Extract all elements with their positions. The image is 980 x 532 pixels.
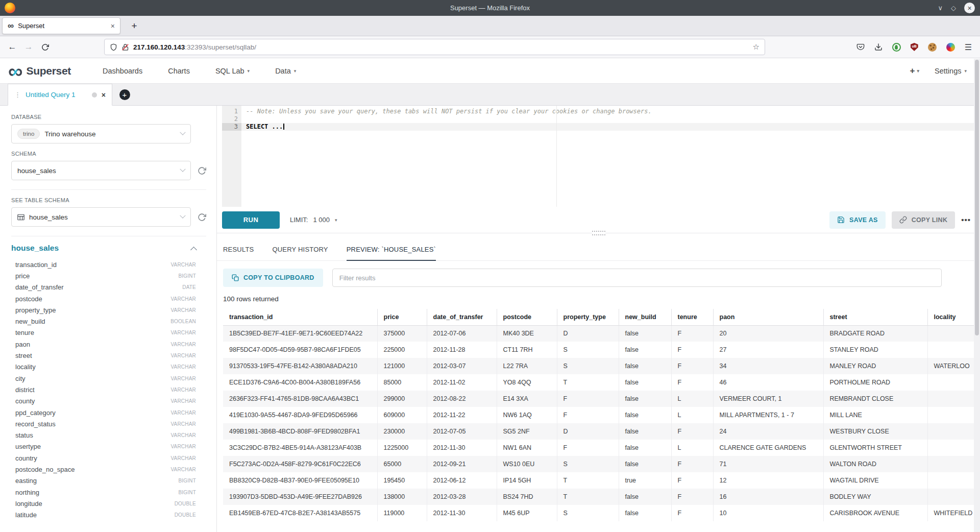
copy-to-clipboard-button[interactable]: COPY TO CLIPBOARD: [223, 269, 323, 287]
reload-icon: [41, 43, 49, 51]
ublock-origin-icon[interactable]: uB: [911, 43, 918, 51]
schema-column-row: longitude DOUBLE: [11, 498, 196, 509]
column-header[interactable]: property_type: [557, 309, 619, 325]
column-header[interactable]: tenure: [671, 309, 713, 325]
page-scrollbar-track[interactable]: [974, 59, 980, 532]
cell-transaction-id: 3C3C29DC-B7B2-4BE5-914A-A38123AF403B: [223, 440, 377, 456]
add-query-tab-button[interactable]: +: [119, 89, 130, 100]
cell-street: WAGTAIL DRIVE: [823, 472, 927, 489]
column-header[interactable]: price: [377, 309, 427, 325]
schema-column-row: postcode VARCHAR: [11, 293, 196, 304]
insecure-lock-icon[interactable]: [121, 43, 129, 51]
browser-tab-close-icon[interactable]: ×: [111, 22, 115, 30]
column-header[interactable]: transaction_id: [223, 309, 377, 325]
cookie-extension-icon[interactable]: [928, 43, 937, 52]
cell-postcode: L22 7RA: [497, 358, 557, 374]
editor-code-area[interactable]: -- Note: Unless you save your query, the…: [241, 106, 980, 207]
hamburger-menu-icon[interactable]: ☰: [965, 42, 972, 52]
bookmark-star-icon[interactable]: ☆: [753, 42, 760, 52]
cell-price: 1225000: [377, 440, 427, 456]
column-header[interactable]: date_of_transfer: [427, 309, 497, 325]
cell-date-of-transfer: 2012-03-28: [427, 489, 497, 505]
drag-handle-icon[interactable]: ⋮: [14, 91, 21, 99]
cell-property-type: F: [557, 407, 619, 423]
save-as-button[interactable]: SAVE AS: [829, 211, 886, 229]
run-button[interactable]: RUN: [222, 211, 280, 229]
pocket-icon[interactable]: [856, 43, 865, 51]
schema-column-row: ppd_category VARCHAR: [11, 407, 196, 418]
nav-item-charts[interactable]: Charts: [168, 67, 190, 75]
cell-tenure: F: [671, 358, 713, 374]
table-row: F5C273AC-0D2A-458F-8279-9C61F0C22EC6 650…: [223, 456, 977, 472]
column-header[interactable]: postcode: [497, 309, 557, 325]
column-header[interactable]: new_build: [619, 309, 671, 325]
tab-preview-house-sales[interactable]: PREVIEW: `HOUSE_SALES`: [347, 246, 436, 261]
back-button[interactable]: ←: [4, 39, 20, 55]
reload-button[interactable]: [37, 39, 53, 55]
cell-property-type: T: [557, 374, 619, 391]
tab-query-history[interactable]: QUERY HISTORY: [272, 246, 328, 261]
cell-date-of-transfer: 2012-08-22: [427, 391, 497, 407]
shield-permissions-icon[interactable]: [110, 43, 117, 51]
column-type: VARCHAR: [170, 467, 196, 472]
downloads-icon[interactable]: [874, 43, 883, 51]
schema-select[interactable]: house_sales: [11, 161, 191, 180]
refresh-schemas-button[interactable]: [198, 166, 206, 175]
more-actions-button[interactable]: •••: [961, 215, 971, 224]
column-type: DOUBLE: [175, 512, 196, 518]
window-close-icon[interactable]: ×: [964, 3, 975, 13]
column-header[interactable]: locality: [927, 309, 977, 325]
column-type: VARCHAR: [170, 398, 196, 404]
table-row: 193907D3-5DBD-453D-A49E-9FEE27DAB926 138…: [223, 489, 977, 505]
column-type: VARCHAR: [170, 330, 196, 335]
window-maximize-icon[interactable]: ◇: [951, 5, 956, 11]
pane-splitter[interactable]: [217, 233, 980, 238]
nav-item-dashboards[interactable]: Dashboards: [103, 67, 142, 75]
nav-item-sql-lab[interactable]: SQL Lab▾: [215, 67, 250, 75]
cell-date-of-transfer: 2012-11-30: [427, 440, 497, 456]
table-row: 419E1030-9A55-4467-8DA9-9FED95D65966 609…: [223, 407, 977, 423]
schema-column-row: county VARCHAR: [11, 396, 196, 407]
table-select[interactable]: house_sales: [11, 207, 191, 227]
cell-new-build: false: [619, 440, 671, 456]
url-bar[interactable]: 217.160.120.143:32393/superset/sqllab/ ☆: [104, 39, 765, 55]
schema-column-row: price BIGINT: [11, 270, 196, 281]
column-name: locality: [15, 363, 36, 371]
colorful-extension-icon[interactable]: [946, 43, 955, 52]
cell-new-build: false: [619, 325, 671, 342]
copy-link-button[interactable]: COPY LINK: [892, 211, 955, 229]
tab-results[interactable]: RESULTS: [223, 246, 254, 261]
cell-postcode: M45 6UP: [497, 505, 557, 521]
new-dropdown-button[interactable]: +▾: [910, 66, 919, 76]
chevron-up-icon[interactable]: [190, 247, 197, 253]
filter-results-input[interactable]: [332, 269, 942, 287]
settings-dropdown-button[interactable]: Settings▾: [935, 67, 967, 75]
caret-down-icon: ▾: [294, 68, 297, 74]
forward-button[interactable]: →: [20, 39, 37, 55]
column-header[interactable]: paon: [713, 309, 823, 325]
privacy-extension-icon[interactable]: [892, 43, 901, 52]
page-scrollbar-thumb[interactable]: [975, 60, 979, 335]
sqllab-sidebar: DATABASE trino Trino warehouse SCHEMA ho…: [0, 106, 217, 532]
splitter-drag-handle-icon[interactable]: [592, 231, 605, 235]
database-select[interactable]: trino Trino warehouse: [11, 124, 191, 143]
column-type: VARCHAR: [170, 387, 196, 393]
browser-tab[interactable]: ∞ Superset ×: [2, 17, 120, 34]
superset-brand[interactable]: ∞ Superset: [8, 63, 71, 79]
query-tab-untitled-query-1[interactable]: ⋮ Untitled Query 1 ×: [8, 84, 112, 106]
table-schema-header[interactable]: house_sales: [11, 244, 196, 253]
sql-editor[interactable]: 1 2 3 -- Note: Unless you save your quer…: [222, 106, 980, 207]
cell-price: 119000: [377, 505, 427, 521]
cell-transaction-id: 2636F323-FF41-4765-81DB-98CAA6A43BC1: [223, 391, 377, 407]
add-query-tab-tile: +: [112, 84, 137, 105]
editor-toolbar-right: SAVE AS COPY LINK •••: [829, 211, 971, 229]
limit-dropdown[interactable]: LIMIT: 1 000 ▾: [290, 216, 337, 224]
nav-item-data[interactable]: Data▾: [275, 67, 296, 75]
cell-transaction-id: ECE1D376-C9A6-4C00-B004-A380B189FA56: [223, 374, 377, 391]
cell-property-type: D: [557, 325, 619, 342]
window-minimize-icon[interactable]: ∨: [938, 5, 943, 11]
column-header[interactable]: street: [823, 309, 927, 325]
query-tab-close-icon[interactable]: ×: [102, 91, 106, 99]
refresh-tables-button[interactable]: [198, 213, 206, 222]
new-tab-button[interactable]: +: [127, 18, 142, 34]
